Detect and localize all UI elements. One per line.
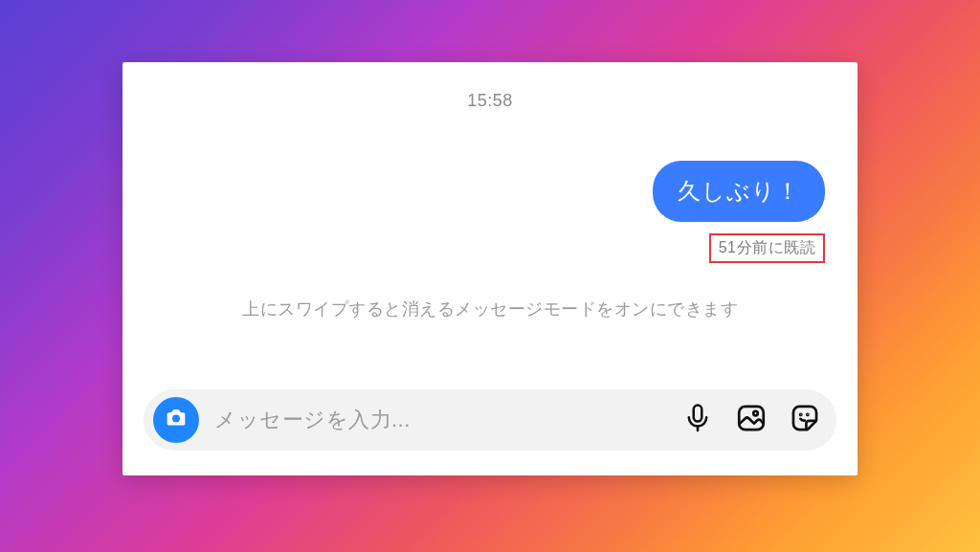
svg-point-5 <box>807 414 808 415</box>
chat-area[interactable]: 15:58 久しぶり！ 51分前に既読 上にスワイプすると消えるメッセージモード… <box>122 62 858 389</box>
camera-button[interactable] <box>153 397 199 443</box>
message-composer[interactable]: メッセージを入力... <box>144 389 836 451</box>
read-receipt-highlight: 51分前に既読 <box>709 233 825 263</box>
camera-icon <box>163 405 189 435</box>
read-receipt-row: 51分前に既読 <box>149 233 831 263</box>
composer-container: メッセージを入力... <box>122 389 858 475</box>
gallery-icon <box>735 402 768 438</box>
svg-point-0 <box>172 415 180 423</box>
svg-point-4 <box>800 414 801 415</box>
svg-point-3 <box>753 411 758 416</box>
message-row: 久しぶり！ <box>149 161 831 222</box>
microphone-icon <box>681 402 714 438</box>
svg-rect-2 <box>739 407 764 430</box>
microphone-button[interactable] <box>676 398 720 442</box>
message-input[interactable]: メッセージを入力... <box>209 406 666 434</box>
gallery-button[interactable] <box>729 398 773 442</box>
sticker-icon <box>789 402 821 438</box>
timestamp-label: 15:58 <box>149 91 831 111</box>
sent-message-bubble[interactable]: 久しぶり！ <box>653 161 825 222</box>
svg-rect-1 <box>694 406 702 422</box>
swipe-hint-label: 上にスワイプすると消えるメッセージモードをオンにできます <box>149 298 831 320</box>
sticker-button[interactable] <box>783 398 827 442</box>
chat-window: 15:58 久しぶり！ 51分前に既読 上にスワイプすると消えるメッセージモード… <box>122 62 858 475</box>
